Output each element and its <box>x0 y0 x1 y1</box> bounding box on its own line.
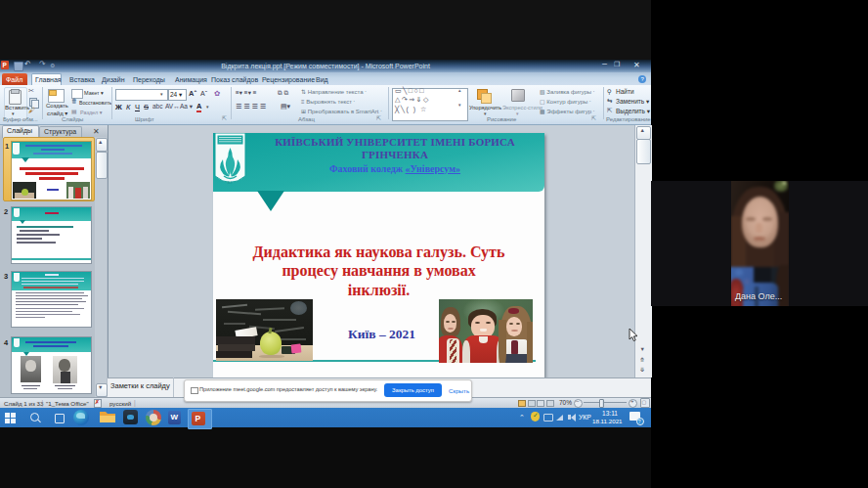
svg-text:КУ: КУ <box>227 180 234 185</box>
